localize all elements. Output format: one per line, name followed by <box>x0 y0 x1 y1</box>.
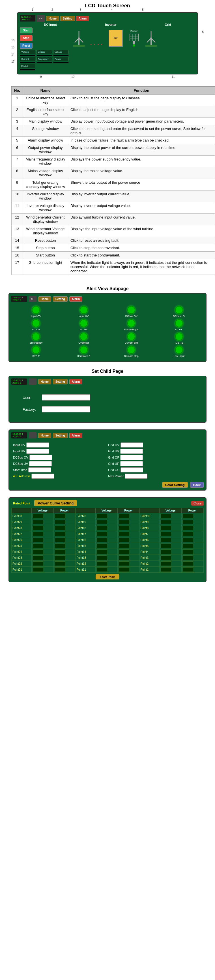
curve-voltage-input[interactable] <box>97 567 107 572</box>
annot-10: 10 <box>71 75 75 78</box>
curve-voltage-input[interactable] <box>161 531 171 536</box>
alert-time: 16:00:01 12000 1 1 <box>11 296 27 302</box>
lcd-stop-btn[interactable]: Stop <box>20 35 32 41</box>
curve-power-input[interactable] <box>118 555 129 560</box>
curve-power-input[interactable] <box>54 538 65 542</box>
settings-field-input[interactable] <box>120 461 143 466</box>
curve-voltage-input[interactable] <box>32 562 43 566</box>
color-setting-btn[interactable]: Color Setting <box>162 482 188 488</box>
curve-voltage-input[interactable] <box>32 567 43 572</box>
curve-power-input[interactable] <box>183 520 193 524</box>
alert-alarm-btn[interactable]: Alarm <box>69 296 82 302</box>
curve-voltage-input[interactable] <box>97 555 107 560</box>
curve-voltage-input[interactable] <box>97 514 107 518</box>
alert-home-btn[interactable]: Home <box>38 296 51 302</box>
settings-field-input[interactable] <box>121 467 143 473</box>
settings2-home-btn[interactable]: Home <box>38 433 51 438</box>
curve-power-input[interactable] <box>54 562 65 566</box>
curve-power-input[interactable] <box>118 567 129 572</box>
curve-voltage-input[interactable] <box>161 538 171 542</box>
curve-voltage-input[interactable] <box>32 549 43 554</box>
curve-power-input[interactable] <box>54 514 65 518</box>
settings-field-input[interactable] <box>26 442 49 447</box>
settings-field-input[interactable] <box>29 455 52 460</box>
curve-voltage-input[interactable] <box>161 567 171 572</box>
curve-voltage-input[interactable] <box>161 562 171 566</box>
factory-input[interactable] <box>42 406 90 412</box>
curve-voltage-input[interactable] <box>32 538 43 542</box>
row-no: 15 <box>11 244 23 251</box>
user-input[interactable] <box>42 395 90 401</box>
curve-voltage-input[interactable] <box>32 544 43 548</box>
settings2-setting-btn[interactable]: Setting <box>53 433 68 438</box>
settings-field-input[interactable] <box>26 449 49 454</box>
curve-power-input[interactable] <box>183 544 193 548</box>
lcd-alarm-btn[interactable]: Alarm <box>76 16 89 21</box>
curve-power-input[interactable] <box>183 538 193 542</box>
curve-voltage-input[interactable] <box>97 526 107 530</box>
curve-voltage-input[interactable] <box>161 555 171 560</box>
curve-power-input[interactable] <box>118 531 129 536</box>
alert-setting-btn[interactable]: Setting <box>53 296 68 302</box>
back-btn[interactable]: Back <box>190 482 204 488</box>
lcd-reset-btn[interactable]: Reset <box>20 43 32 49</box>
curve-power-input[interactable] <box>118 544 129 548</box>
settings-field-input[interactable] <box>120 449 143 454</box>
settings-field-input[interactable] <box>29 461 52 466</box>
curve-power-input[interactable] <box>183 567 193 572</box>
curve-power-input[interactable] <box>183 549 193 554</box>
curve-voltage-input[interactable] <box>32 520 43 524</box>
set-child-alarm-btn[interactable]: Alarm <box>69 379 82 384</box>
settings-field-input[interactable] <box>125 474 147 479</box>
lcd-start-btn[interactable]: Start <box>20 27 32 33</box>
settings-field-input[interactable] <box>32 474 54 479</box>
curve-voltage-input[interactable] <box>97 520 107 524</box>
lcd-setting-btn[interactable]: Setting <box>60 16 75 21</box>
curve-voltage-input[interactable] <box>161 544 171 548</box>
curve-voltage-input[interactable] <box>161 520 171 524</box>
curve-power-input[interactable] <box>54 555 65 560</box>
curve-voltage-input[interactable] <box>97 562 107 566</box>
curve-title: Power Curve Setting <box>34 500 77 506</box>
curve-voltage-input[interactable] <box>161 514 171 518</box>
curve-power-input[interactable] <box>183 526 193 530</box>
curve-power-input[interactable] <box>118 526 129 530</box>
curve-voltage-input[interactable] <box>161 549 171 554</box>
start-point-btn[interactable]: Start Point <box>96 574 119 579</box>
settings-field-input[interactable] <box>120 455 143 460</box>
settings-left-field: Start Time <box>13 467 107 473</box>
curve-voltage-input[interactable] <box>32 526 43 530</box>
settings-field-input[interactable] <box>121 442 143 447</box>
curve-power-input[interactable] <box>118 520 129 524</box>
curve-voltage-input[interactable] <box>32 531 43 536</box>
curve-power-input[interactable] <box>54 531 65 536</box>
curve-voltage-input[interactable] <box>161 526 171 530</box>
curve-power-input[interactable] <box>183 562 193 566</box>
curve-power-input[interactable] <box>183 531 193 536</box>
curve-close-btn[interactable]: Close <box>191 501 204 506</box>
curve-voltage-input[interactable] <box>97 549 107 554</box>
curve-power-input[interactable] <box>118 562 129 566</box>
settings2-lang-box <box>29 432 37 439</box>
curve-power-input[interactable] <box>54 544 65 548</box>
settings2-alarm-btn[interactable]: Alarm <box>69 433 82 438</box>
curve-voltage-input[interactable] <box>97 531 107 536</box>
curve-power-input[interactable] <box>54 567 65 572</box>
curve-voltage-input[interactable] <box>32 555 43 560</box>
curve-power-input[interactable] <box>183 555 193 560</box>
curve-power-input[interactable] <box>118 549 129 554</box>
curve-power-input[interactable] <box>54 549 65 554</box>
settings-field-input[interactable] <box>28 467 51 473</box>
curve-power-input[interactable] <box>118 538 129 542</box>
set-child-home-btn[interactable]: Home <box>38 379 51 384</box>
curve-power-input[interactable] <box>118 514 129 518</box>
curve-voltage-input[interactable] <box>97 544 107 548</box>
curve-voltage-input[interactable] <box>32 514 43 518</box>
curve-row: Point23 Point13 Point3 <box>11 555 204 561</box>
curve-voltage-input[interactable] <box>97 538 107 542</box>
curve-power-input[interactable] <box>54 526 65 530</box>
set-child-setting-btn[interactable]: Setting <box>53 379 68 384</box>
lcd-home-btn[interactable]: Home <box>46 16 59 21</box>
curve-power-input[interactable] <box>183 514 193 518</box>
curve-power-input[interactable] <box>54 520 65 524</box>
